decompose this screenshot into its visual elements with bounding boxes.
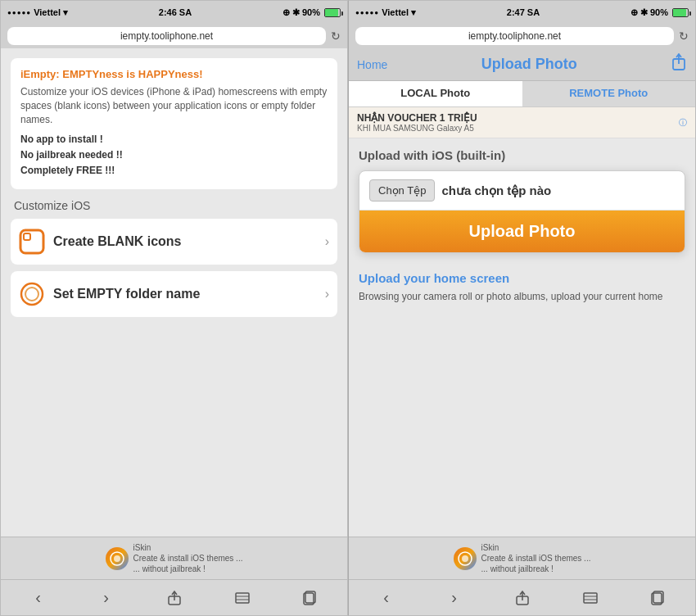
- svg-point-3: [25, 288, 38, 301]
- upload-home-desc: Browsing your camera roll or photo album…: [359, 290, 685, 304]
- battery-icon-right: [672, 8, 689, 17]
- iempty-desc: Customize your iOS devices (iPhone & iPa…: [20, 85, 328, 126]
- iskin-logo-icon: [110, 551, 124, 566]
- left-content: iEmpty: EMPTYness is HAPPYness! Customiz…: [1, 48, 347, 537]
- right-bookmarks-icon: [582, 590, 599, 606]
- left-status-bar: ●●●●● Viettel ▾ 2:46 SA ⊕ ✱ 90%: [1, 1, 347, 24]
- create-blank-icons-item[interactable]: Create BLANK icons ›: [11, 219, 337, 265]
- upload-home-section: Upload your home screen Browsing your ca…: [349, 271, 695, 314]
- left-url-bar: iempty.tooliphone.net ↻: [1, 24, 347, 48]
- right-status-bar: ●●●●● Viettel ▾ 2:47 SA ⊕ ✱ 90%: [349, 1, 695, 24]
- choose-file-button[interactable]: Chọn Tệp: [369, 179, 435, 202]
- right-iskin-logo-icon: [458, 551, 472, 566]
- svg-point-16: [462, 555, 468, 562]
- time-left: 2:46 SA: [159, 7, 192, 17]
- feature1: No app to install !: [20, 133, 328, 147]
- home-link[interactable]: Home: [357, 58, 387, 71]
- iempty-features: No app to install ! No jailbreak needed …: [20, 133, 328, 177]
- iempty-description-box: iEmpty: EMPTYness is HAPPYness! Customiz…: [11, 58, 337, 189]
- left-bookmarks-btn[interactable]: [208, 590, 276, 606]
- ad-banner: NHẬN VOUCHER 1 TRIỆU KHI MUA SAMSUNG Gal…: [349, 107, 695, 138]
- left-iskin-name: iSkin: [133, 542, 243, 553]
- right-back-btn[interactable]: ‹: [352, 588, 420, 607]
- right-bookmarks-btn[interactable]: [556, 590, 624, 606]
- empty-folder-chevron: ›: [325, 287, 329, 301]
- left-tabs-btn[interactable]: [276, 590, 344, 606]
- left-back-btn[interactable]: ‹: [4, 588, 72, 607]
- signal-dots: ●●●●●: [7, 9, 31, 16]
- left-tabs-icon: [302, 590, 319, 606]
- ad-sub-text: KHI MUA SAMSUNG Galaxy A5: [357, 124, 477, 133]
- battery-pct-left: 90%: [302, 7, 320, 17]
- left-bookmarks-icon: [234, 590, 251, 606]
- right-reload-btn[interactable]: ↻: [679, 29, 689, 43]
- right-content: Home Upload Photo LOCAL Photo REMOTE Pho…: [349, 48, 695, 537]
- right-phone: ●●●●● Viettel ▾ 2:47 SA ⊕ ✱ 90% iempty.t…: [348, 0, 696, 616]
- svg-rect-19: [584, 593, 597, 603]
- left-bottom-bar: iSkin Create & install iOS themes ... ..…: [1, 537, 347, 579]
- right-iskin-line2: ... without jailbreak !: [481, 564, 591, 574]
- tab-local-photo[interactable]: LOCAL Photo: [349, 81, 522, 106]
- upload-home-title: Upload your home screen: [359, 271, 685, 285]
- svg-point-2: [21, 283, 43, 305]
- tab-remote-photo[interactable]: REMOTE Photo: [522, 81, 696, 106]
- left-forward-btn[interactable]: ›: [72, 588, 140, 607]
- battery-icon-left: [324, 8, 341, 17]
- battery-pct-right: 90%: [650, 7, 668, 17]
- right-bottom-bar: iSkin Create & install iOS themes ... ..…: [349, 537, 695, 579]
- left-share-btn[interactable]: [140, 590, 208, 606]
- right-share-nav-btn[interactable]: [488, 590, 556, 606]
- carrier-left: Viettel: [34, 7, 61, 17]
- ad-main-text: NHẬN VOUCHER 1 TRIỆU: [357, 112, 477, 124]
- feature3: Completely FREE !!!: [20, 164, 328, 178]
- upload-ios-title: Upload with iOS (built-in): [359, 148, 685, 162]
- svg-point-5: [114, 555, 120, 562]
- carrier-right: Viettel: [382, 7, 409, 17]
- tab-bar: LOCAL Photo REMOTE Photo: [349, 81, 695, 107]
- upload-ios-section: Upload with iOS (built-in) Chọn Tệp chưa…: [349, 138, 695, 271]
- ad-info-btn[interactable]: ⓘ: [679, 117, 687, 129]
- left-iskin-line1: Create & install iOS themes ...: [133, 553, 243, 564]
- right-iskin-text: iSkin Create & install iOS themes ... ..…: [481, 542, 591, 574]
- empty-ring-svg: [19, 281, 45, 307]
- right-tabs-btn[interactable]: [624, 590, 692, 606]
- right-bluetooth-icon: ✱: [640, 7, 648, 18]
- left-reload-btn[interactable]: ↻: [331, 29, 341, 43]
- left-iskin-logo: [106, 547, 129, 570]
- empty-folder-label: Set EMPTY folder name: [53, 287, 325, 301]
- time-right: 2:47 SA: [507, 7, 540, 17]
- upload-photo-nav-title: Upload Photo: [394, 56, 664, 73]
- set-empty-folder-item[interactable]: Set EMPTY folder name ›: [11, 271, 337, 317]
- right-top-nav: Home Upload Photo: [349, 48, 695, 81]
- right-share-nav-icon: [514, 590, 531, 606]
- right-gps-icon: ⊕: [630, 7, 638, 18]
- left-phone: ●●●●● Viettel ▾ 2:46 SA ⊕ ✱ 90% iempty.t…: [0, 0, 348, 616]
- left-iskin-item[interactable]: iSkin Create & install iOS themes ... ..…: [106, 542, 243, 574]
- left-url-box[interactable]: iempty.tooliphone.net: [7, 27, 326, 45]
- svg-rect-1: [24, 233, 30, 240]
- right-share-btn[interactable]: [671, 53, 687, 75]
- upload-photo-button[interactable]: Upload Photo: [359, 211, 685, 252]
- svg-rect-8: [236, 593, 249, 603]
- right-iskin-item[interactable]: iSkin Create & install iOS themes ... ..…: [454, 542, 591, 574]
- blank-icon-svg: [19, 229, 45, 255]
- left-share-icon: [166, 590, 183, 606]
- right-iskin-logo: [454, 547, 477, 570]
- bluetooth-icon: ✱: [292, 7, 300, 18]
- blank-icons-chevron: ›: [325, 234, 329, 249]
- file-row: Chọn Tệp chưa chọn tệp nào: [359, 171, 685, 211]
- left-iskin-text: iSkin Create & install iOS themes ... ..…: [133, 542, 243, 574]
- right-signal-dots: ●●●●●: [355, 9, 379, 16]
- right-forward-btn[interactable]: ›: [420, 588, 488, 607]
- right-tabs-icon: [650, 590, 667, 606]
- left-nav-bar: ‹ ›: [1, 579, 347, 615]
- upload-dialog: Chọn Tệp chưa chọn tệp nào Upload Photo: [359, 170, 685, 253]
- right-url-box[interactable]: iempty.tooliphone.net: [355, 27, 674, 45]
- right-iskin-name: iSkin: [481, 542, 591, 553]
- blank-icons-label: Create BLANK icons: [53, 234, 325, 249]
- share-icon: [671, 53, 687, 71]
- right-url-bar: iempty.tooliphone.net ↻: [349, 24, 695, 48]
- signal-bars: ▾: [63, 7, 68, 18]
- right-nav-bar: ‹ ›: [349, 579, 695, 615]
- right-signal-bars: ▾: [411, 7, 416, 18]
